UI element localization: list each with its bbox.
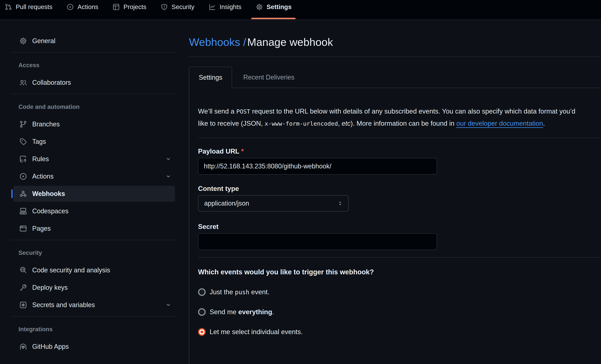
tab-recent-deliveries[interactable]: Recent Deliveries: [241, 67, 296, 88]
payload-url-input[interactable]: [198, 158, 437, 175]
sidebar-item-label: Pages: [32, 225, 51, 232]
sidebar-item-label: Secrets and variables: [32, 301, 95, 309]
key-icon: [20, 284, 27, 291]
sidebar-item-label: Branches: [32, 121, 60, 128]
sidebar-item-branches[interactable]: Branches: [13, 116, 175, 132]
secret-label: Secret: [198, 223, 601, 231]
section-divider: [198, 257, 601, 258]
sidebar-item-label: Actions: [32, 172, 54, 180]
graph-icon: [209, 4, 216, 10]
chevron-down-icon[interactable]: [166, 302, 171, 308]
developer-documentation-link[interactable]: our developer documentation: [456, 120, 543, 127]
webhook-tabs: Settings Recent Deliveries: [189, 67, 601, 88]
content-type-select[interactable]: application/json: [198, 195, 349, 212]
chevron-down-icon[interactable]: [166, 174, 171, 179]
sidebar-item-webhooks[interactable]: Webhooks: [13, 186, 175, 202]
sidebar-divider: [11, 316, 177, 317]
play-icon: [20, 173, 27, 180]
sidebar-divider: [11, 52, 177, 52]
sidebar-item-label: Webhooks: [32, 190, 65, 198]
nav-item-security[interactable]: Security: [161, 2, 194, 12]
label-text: Payload URL: [198, 148, 239, 155]
radio-label: Just the push event.: [210, 288, 269, 296]
gear-icon: [20, 37, 27, 45]
nav-label: Insights: [220, 3, 241, 10]
page-title-current: Manage webhook: [247, 36, 333, 48]
sidebar-section-access: Access: [13, 56, 180, 75]
webhook-settings-panel: We’ll send a POST request to the URL bel…: [189, 88, 601, 364]
sidebar-section-code-automation: Code and automation: [13, 97, 180, 116]
post-code: POST: [236, 108, 250, 115]
webhooks-breadcrumb-link[interactable]: Webhooks /: [189, 36, 246, 48]
nav-label: Settings: [267, 3, 292, 10]
sidebar-item-deploy-keys[interactable]: Deploy keys: [13, 280, 175, 295]
sidebar-item-label: GitHub Apps: [32, 343, 69, 350]
select-arrows-icon: [337, 200, 343, 206]
nav-item-projects[interactable]: Projects: [113, 2, 146, 12]
radio-label-text: .: [272, 308, 274, 316]
sidebar-item-label: Collaborators: [32, 79, 71, 86]
browser-icon: [20, 225, 27, 232]
settings-sidebar: General Access Collaborators Code and au…: [0, 20, 180, 364]
radio-just-push[interactable]: [198, 288, 206, 296]
sidebar-item-actions[interactable]: Actions: [13, 168, 175, 184]
sidebar-item-tags[interactable]: Tags: [13, 134, 175, 150]
intro-text: We’ll send a: [198, 108, 236, 115]
intro-text: ,: [338, 120, 342, 127]
sidebar-item-label: Tags: [32, 138, 46, 145]
people-icon: [20, 79, 27, 86]
radio-label-text: Let me select individual events.: [210, 328, 303, 335]
sidebar-item-rules[interactable]: Rules: [13, 151, 175, 167]
sidebar-item-codespaces[interactable]: Codespaces: [13, 203, 175, 219]
nav-item-insights[interactable]: Insights: [209, 2, 241, 12]
sidebar-section-integrations: Integrations: [13, 320, 180, 339]
sidebar-item-label: Codespaces: [32, 207, 69, 215]
secret-input[interactable]: [198, 233, 437, 250]
main-content: Webhooks /Manage webhook Settings Recent…: [180, 20, 601, 364]
radio-individual-events[interactable]: [198, 328, 206, 336]
nav-label: Pull requests: [16, 3, 52, 10]
sidebar-item-collaborators[interactable]: Collaborators: [13, 75, 175, 91]
radio-label-text: Just the: [210, 288, 235, 296]
table-icon: [113, 4, 120, 10]
gear-icon: [256, 4, 263, 10]
sidebar-item-label: Code security and analysis: [32, 266, 110, 274]
nav-item-actions[interactable]: Actions: [67, 2, 98, 12]
webhook-intro-text: We’ll send a POST request to the URL bel…: [198, 105, 582, 130]
event-option-just-push: Just the push event.: [198, 288, 601, 296]
event-option-everything: Send me everything.: [198, 308, 601, 316]
sidebar-item-github-apps[interactable]: GitHub Apps: [13, 339, 175, 354]
sidebar-item-code-security[interactable]: Code security and analysis: [13, 262, 175, 278]
content-type-value: application/json: [204, 200, 249, 207]
sidebar-item-secrets-variables[interactable]: Secrets and variables: [13, 297, 175, 313]
urlencoded-code: x-www-form-urlencoded: [265, 120, 338, 127]
repo-nav: Pull requests Actions Projects Security: [0, 0, 601, 20]
tab-settings[interactable]: Settings: [189, 67, 232, 88]
radio-everything[interactable]: [198, 308, 206, 316]
nav-label: Projects: [123, 3, 146, 10]
nav-label: Security: [172, 3, 194, 10]
nav-label: Actions: [78, 3, 98, 10]
required-asterisk: *: [241, 148, 244, 155]
git-branch-icon: [20, 121, 27, 128]
everything-bold: everything: [238, 308, 272, 316]
sidebar-item-label: Rules: [32, 155, 49, 163]
repo-push-icon: [20, 155, 27, 163]
payload-url-label: Payload URL*: [198, 147, 601, 155]
page-title: Webhooks /Manage webhook: [189, 35, 601, 57]
codescan-icon: [20, 267, 27, 274]
sidebar-item-label: Deploy keys: [32, 284, 68, 291]
radio-label-text: event.: [249, 288, 269, 296]
sidebar-section-security: Security: [13, 243, 180, 262]
etc-italic: etc: [341, 120, 351, 127]
events-question: Which events would you like to trigger t…: [198, 268, 601, 276]
chevron-down-icon[interactable]: [166, 156, 171, 162]
push-code: push: [235, 289, 249, 296]
nav-item-settings[interactable]: Settings: [256, 2, 292, 12]
nav-item-pull-requests[interactable]: Pull requests: [5, 2, 52, 12]
section-divider: [198, 138, 601, 138]
sidebar-item-general[interactable]: General: [13, 33, 175, 49]
codespaces-icon: [20, 208, 27, 215]
sidebar-item-pages[interactable]: Pages: [13, 221, 175, 236]
event-option-individual: Let me select individual events.: [198, 328, 601, 336]
